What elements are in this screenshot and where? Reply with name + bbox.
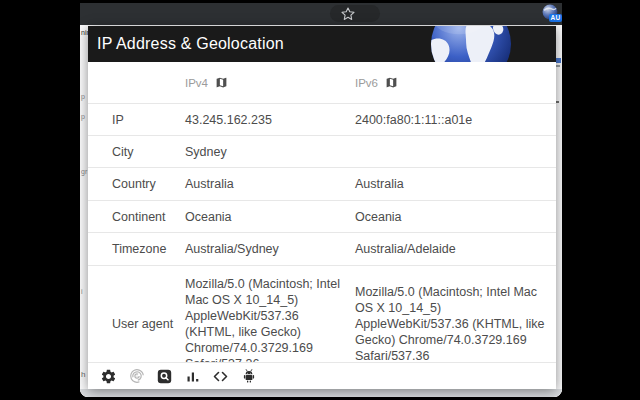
page-text-fragment: p bbox=[81, 93, 85, 100]
row-label: City bbox=[112, 145, 185, 159]
lookup-button[interactable] bbox=[156, 368, 173, 385]
code-button[interactable] bbox=[212, 368, 229, 385]
fingerprint-button[interactable] bbox=[128, 368, 145, 385]
browser-toolbar: AU bbox=[80, 3, 562, 25]
gear-icon bbox=[100, 368, 117, 385]
ipv6-value: Australia bbox=[355, 177, 556, 191]
popup-header: IP Address & Geolocation bbox=[88, 26, 556, 62]
android-button[interactable] bbox=[240, 368, 257, 385]
code-brackets-icon bbox=[213, 369, 228, 384]
ipv6-value: 2400:fa80:1:11::a01e bbox=[355, 113, 556, 127]
row-label: IP bbox=[112, 113, 185, 127]
map-icon[interactable] bbox=[385, 76, 398, 89]
android-robot-icon bbox=[241, 368, 257, 384]
desktop-background: AU nin p p gr i h IP Address & Geolocati… bbox=[0, 0, 640, 400]
page-text-fragment: i bbox=[81, 288, 83, 295]
ipv4-value: 43.245.162.235 bbox=[185, 113, 355, 127]
row-label: Country bbox=[112, 177, 185, 191]
extension-popup: IP Address & Geolocation bbox=[88, 26, 556, 389]
map-icon[interactable] bbox=[215, 76, 228, 89]
column-header-ipv4: IPv4 bbox=[185, 77, 208, 89]
ipv4-value: Oceania bbox=[185, 210, 355, 224]
page-text-fragment: h bbox=[81, 371, 85, 378]
table-row-country: Country Australia Australia bbox=[88, 167, 556, 200]
bar-chart-icon bbox=[186, 369, 200, 383]
extension-badge: AU bbox=[549, 14, 562, 22]
table-header-row: IPv4 IPv6 bbox=[88, 62, 556, 103]
page-text-fragment: p bbox=[81, 113, 85, 120]
bookmark-star-icon[interactable] bbox=[340, 6, 356, 22]
row-label: Timezone bbox=[112, 242, 185, 256]
extension-icon-button[interactable]: AU bbox=[542, 4, 562, 25]
ipv6-value: Oceania bbox=[355, 210, 556, 224]
ipv4-value: Australia bbox=[185, 177, 355, 191]
ipv6-value: Mozilla/5.0 (Macintosh; Intel Mac OS X 1… bbox=[355, 274, 556, 374]
settings-button[interactable] bbox=[100, 368, 117, 385]
popup-title: IP Address & Geolocation bbox=[97, 26, 284, 62]
ipv4-value: Australia/Sydney bbox=[185, 242, 355, 256]
table-row-timezone: Timezone Australia/Sydney Australia/Adel… bbox=[88, 232, 556, 265]
table-row-ip: IP 43.245.162.235 2400:fa80:1:11::a01e bbox=[88, 103, 556, 135]
row-label: Continent bbox=[112, 210, 185, 224]
ipv4-value: Sydney bbox=[185, 145, 355, 159]
globe-earth-image bbox=[430, 26, 512, 62]
search-document-icon bbox=[157, 369, 172, 384]
table-row-city: City Sydney bbox=[88, 135, 556, 167]
ipv6-value: Australia/Adelaide bbox=[355, 242, 556, 256]
fingerprint-icon bbox=[129, 368, 145, 384]
table-row-continent: Continent Oceania Oceania bbox=[88, 200, 556, 232]
geo-table: IPv4 IPv6 IP 43.245.162.235 bbox=[88, 62, 556, 382]
statistics-button[interactable] bbox=[184, 368, 201, 385]
popup-footer bbox=[88, 362, 556, 389]
browser-window-bottom-edge bbox=[80, 389, 562, 397]
row-label: User agent bbox=[112, 307, 185, 342]
column-header-ipv6: IPv6 bbox=[355, 77, 378, 89]
browser-window: AU nin p p gr i h IP Address & Geolocati… bbox=[80, 3, 562, 397]
page-text-fragment: gr bbox=[81, 168, 87, 175]
